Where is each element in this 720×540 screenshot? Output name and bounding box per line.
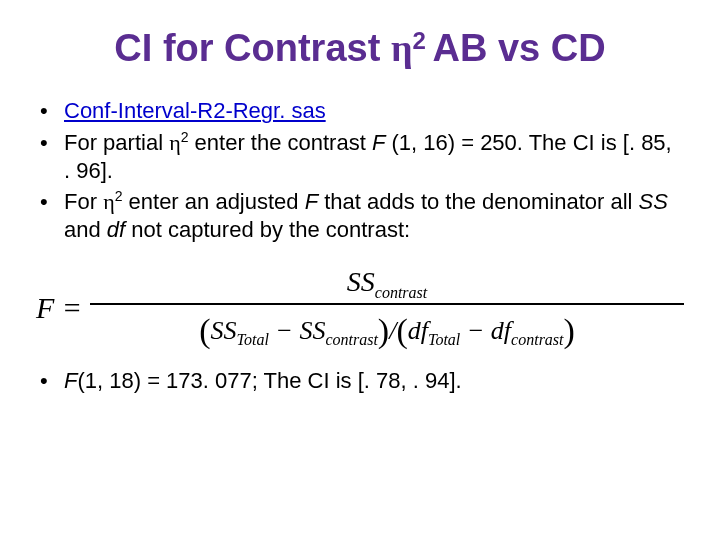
b2-text-b: enter the contrast [188, 130, 371, 155]
b3-text-b: enter an adjusted [122, 190, 304, 215]
b3-text-e: not captured by the contrast: [125, 217, 410, 242]
bullet-4: F(1, 18) = 173. 077; The CI is [. 78, . … [38, 367, 682, 395]
den-sub4: contrast [511, 331, 563, 348]
eta-symbol: η [391, 27, 413, 69]
formula-numerator: SScontrast [90, 266, 684, 304]
slide: CI for Contrast η2 AB vs CD Conf-Interva… [0, 0, 720, 540]
b2-F: F [372, 130, 385, 155]
formula: F = SScontrast (SSTotal − SScontrast)/(d… [36, 266, 684, 350]
b3-text-a: For [64, 190, 103, 215]
formula-lhs: F = [36, 291, 90, 325]
b3-eta: η [103, 190, 115, 215]
num-SS: SS [347, 266, 375, 297]
bullet-3: For η2 enter an adjusted F that adds to … [38, 188, 682, 243]
den-df1: df [408, 316, 428, 345]
den-minus2: − [460, 316, 491, 345]
bullet-list-2: F(1, 18) = 173. 077; The CI is [. 78, . … [30, 367, 690, 395]
den-sub2: contrast [325, 331, 377, 348]
title-exponent: 2 [412, 27, 432, 54]
den-open1: ( [199, 312, 210, 349]
title-part1: CI for Contrast [114, 27, 391, 69]
den-open2: ( [396, 312, 407, 349]
b3-df: df [107, 217, 125, 242]
bullet-2: For partial η2 enter the contrast F (1, … [38, 129, 682, 184]
den-SS2: SS [299, 316, 325, 345]
formula-denominator: (SSTotal − SScontrast)/(dfTotal − dfcont… [90, 303, 684, 349]
b3-F: F [305, 190, 318, 215]
den-close2: ) [564, 312, 575, 349]
num-sub: contrast [375, 283, 427, 300]
den-SS1: SS [211, 316, 237, 345]
b4-F: F [64, 368, 77, 393]
b3-text-d: and [64, 217, 107, 242]
b2-eta: η [169, 130, 181, 155]
file-link[interactable]: Conf-Interval-R2-Regr. sas [64, 98, 326, 123]
b3-text-c: that adds to the denominator all [318, 190, 638, 215]
den-sub1: Total [237, 331, 269, 348]
slide-title: CI for Contrast η2 AB vs CD [30, 26, 690, 69]
b2-text-a: For partial [64, 130, 169, 155]
bullet-list: Conf-Interval-R2-Regr. sas For partial η… [30, 97, 690, 243]
formula-fraction: SScontrast (SSTotal − SScontrast)/(dfTot… [90, 266, 684, 350]
den-minus1: − [269, 316, 300, 345]
den-sub3: Total [428, 331, 460, 348]
bullet-1: Conf-Interval-R2-Regr. sas [38, 97, 682, 125]
formula-block: F = SScontrast (SSTotal − SScontrast)/(d… [30, 266, 690, 350]
b3-SS: SS [639, 190, 668, 215]
title-part2: AB vs CD [433, 27, 606, 69]
den-df2: df [491, 316, 511, 345]
b4-text-a: (1, 18) = 173. 077; The CI is [. 78, . 9… [77, 368, 461, 393]
den-close1: ) [378, 312, 389, 349]
